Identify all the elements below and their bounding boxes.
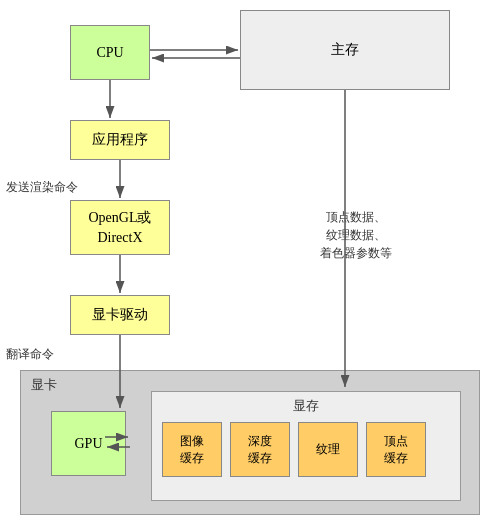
opengl-box: OpenGL或 DirectX (70, 200, 170, 255)
vram-box-framebuffer: 图像 缓存 (162, 422, 222, 477)
gpu-label: GPU (74, 436, 102, 452)
vram-label: 显存 (293, 397, 319, 415)
driver-label: 显卡驱动 (92, 306, 148, 324)
translate-cmd-label: 翻译命令 (6, 345, 54, 363)
diagram: CPU 主存 应用程序 OpenGL或 DirectX 显卡驱动 发送渲染命令 … (0, 0, 500, 527)
vram-area: 显存 图像 缓存 深度 缓存 纹理 顶点 缓存 (151, 391, 461, 501)
gpu-box: GPU (51, 411, 126, 476)
vertex-data-label: 顶点数据、 纹理数据、 着色器参数等 (320, 190, 392, 262)
main-mem-label: 主存 (331, 41, 359, 59)
vram-boxes: 图像 缓存 深度 缓存 纹理 顶点 缓存 (162, 422, 426, 477)
vram-box-depth: 深度 缓存 (230, 422, 290, 477)
send-render-label: 发送渲染命令 (6, 178, 78, 196)
app-box: 应用程序 (70, 120, 170, 160)
gpu-card-label: 显卡 (31, 376, 57, 394)
app-label: 应用程序 (92, 131, 148, 149)
vram-box-vertex: 顶点 缓存 (366, 422, 426, 477)
cpu-label: CPU (96, 45, 123, 61)
vram-box-texture: 纹理 (298, 422, 358, 477)
cpu-box: CPU (70, 25, 150, 80)
main-mem-box: 主存 (240, 10, 450, 90)
driver-box: 显卡驱动 (70, 295, 170, 335)
gpu-card: 显卡 GPU 显存 图像 缓存 深度 缓存 纹理 顶点 缓存 (20, 370, 480, 515)
opengl-label: OpenGL或 DirectX (89, 208, 152, 247)
